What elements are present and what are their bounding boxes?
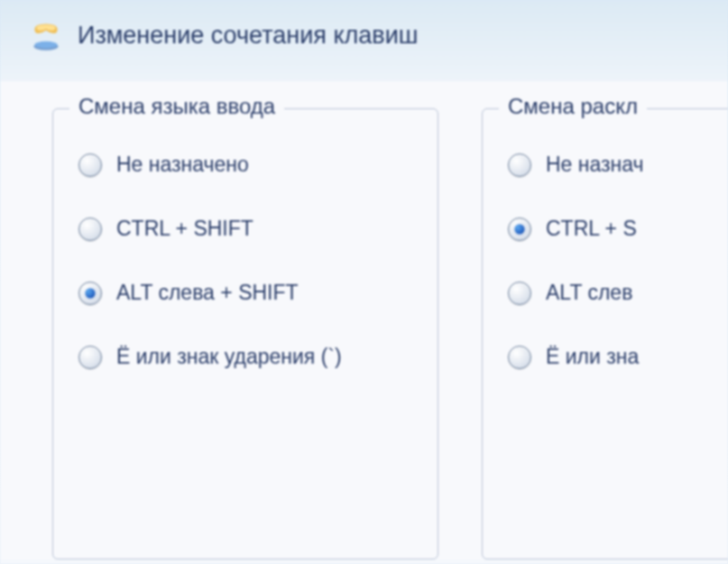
radio-option-not-assigned-right[interactable]: Не назнач xyxy=(508,153,728,177)
radio-label: ALT слев xyxy=(546,281,632,305)
radio-icon-selected xyxy=(508,217,531,241)
radio-option-grave-left[interactable]: Ё или знак ударения (`) xyxy=(78,345,412,369)
dialog-title: Изменение сочетания клавиш xyxy=(78,22,418,50)
group-title-right: Смена раскл xyxy=(499,94,647,119)
dialog-window: Изменение сочетания клавиш Смена языка в… xyxy=(0,0,728,564)
input-language-group: Смена языка ввода Не назначено CTRL + SH… xyxy=(52,108,438,559)
radio-label: ALT слева + SHIFT xyxy=(116,281,299,305)
radio-label: CTRL + SHIFT xyxy=(116,217,253,241)
radio-option-ctrl-shift-left[interactable]: CTRL + SHIFT xyxy=(78,217,412,241)
radio-icon xyxy=(508,346,531,369)
group-title-left: Смена языка ввода xyxy=(69,94,284,119)
radio-option-ctrl-shift-right[interactable]: CTRL + S xyxy=(508,217,728,241)
radio-icon xyxy=(508,282,531,305)
radio-option-alt-shift-left[interactable]: ALT слева + SHIFT xyxy=(78,281,412,305)
radio-label: Не назнач xyxy=(546,153,644,177)
radio-option-grave-right[interactable]: Ё или зна xyxy=(508,345,728,369)
svg-point-1 xyxy=(34,42,57,48)
keyboard-layout-group: Смена раскл Не назнач CTRL + S ALT слев … xyxy=(482,108,728,559)
radio-icon xyxy=(508,153,531,177)
radio-icon xyxy=(78,217,102,241)
radio-label: Не назначено xyxy=(116,153,249,177)
radio-label: Ё или знак ударения (`) xyxy=(116,345,342,369)
radio-label: Ё или зна xyxy=(546,345,639,369)
radio-icon-selected xyxy=(78,282,102,305)
radio-option-alt-shift-right[interactable]: ALT слев xyxy=(508,281,728,305)
radio-label: CTRL + S xyxy=(546,217,637,241)
radio-icon xyxy=(78,346,102,369)
title-bar: Изменение сочетания клавиш xyxy=(0,0,728,81)
content-area: Смена языка ввода Не назначено CTRL + SH… xyxy=(0,81,728,559)
radio-option-not-assigned-left[interactable]: Не назначено xyxy=(78,153,412,177)
radio-icon xyxy=(78,153,102,177)
hotkey-icon xyxy=(27,16,65,54)
